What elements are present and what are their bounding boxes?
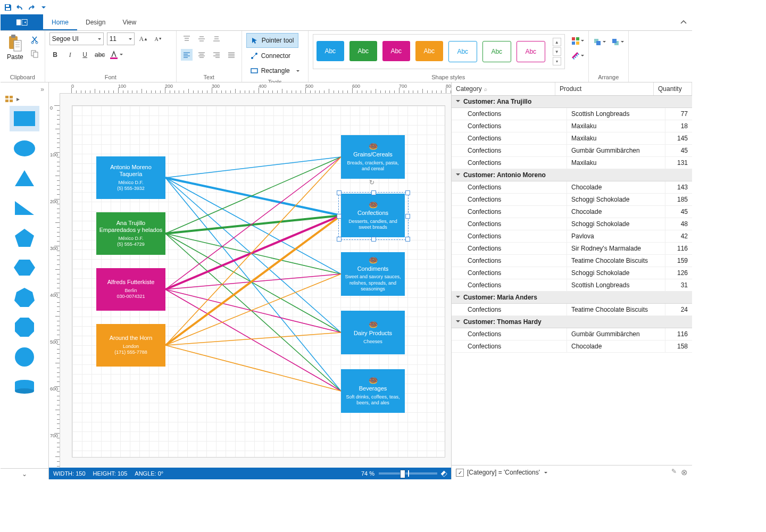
- save-icon[interactable]: [4, 3, 12, 12]
- connector[interactable]: [165, 234, 341, 274]
- table-row[interactable]: ConfectionsChocolade45: [452, 206, 692, 218]
- col-category[interactable]: Category: [452, 82, 555, 95]
- shape-heptagon[interactable]: [10, 285, 39, 310]
- shape-cylinder[interactable]: [10, 374, 39, 400]
- stencil-more-icon[interactable]: ⌄: [1, 468, 48, 479]
- copy-button[interactable]: [29, 48, 40, 60]
- align-middle-button[interactable]: [196, 33, 207, 45]
- shape-ellipse[interactable]: [10, 136, 39, 161]
- grid-body[interactable]: Customer: Ana TrujilloConfectionsScottis…: [452, 96, 692, 465]
- align-top-button[interactable]: [181, 33, 193, 45]
- zoom-slider[interactable]: [379, 472, 437, 475]
- connector[interactable]: [165, 289, 341, 391]
- table-row[interactable]: ConfectionsSir Rodney's Marmalade116: [452, 243, 692, 255]
- connector[interactable]: [165, 157, 341, 289]
- strike-button[interactable]: abc: [94, 49, 106, 61]
- bold-button[interactable]: B: [49, 49, 61, 61]
- connector[interactable]: [165, 157, 341, 234]
- collapse-ribbon-icon[interactable]: [675, 14, 692, 30]
- selection-box[interactable]: ↻: [338, 192, 409, 240]
- shape-triangle[interactable]: [10, 165, 39, 191]
- connector[interactable]: [165, 157, 341, 345]
- shape-pentagon[interactable]: [10, 225, 39, 251]
- style-swatch[interactable]: Abc: [317, 41, 344, 61]
- gallery-down-icon[interactable]: ▼: [553, 47, 561, 56]
- table-row[interactable]: ConfectionsMaxilaku131: [452, 157, 692, 169]
- filter-checkbox[interactable]: ✓: [456, 469, 464, 477]
- table-row[interactable]: ConfectionsSchoggi Schokolade48: [452, 218, 692, 230]
- cut-button[interactable]: [29, 34, 40, 46]
- font-size-select[interactable]: 11: [107, 32, 135, 45]
- group-header[interactable]: Customer: Thomas Hardy: [452, 316, 692, 328]
- redo-icon[interactable]: [27, 3, 36, 12]
- shape-decagon[interactable]: [10, 344, 39, 370]
- table-row[interactable]: ConfectionsMaxilaku145: [452, 132, 692, 145]
- collapse-panel-icon[interactable]: »: [40, 86, 44, 93]
- rectangle-tool-button[interactable]: Rectangle: [246, 64, 304, 78]
- group-header[interactable]: Customer: Antonio Moreno: [452, 169, 692, 181]
- style-swatch-outline[interactable]: Abc: [448, 41, 477, 62]
- table-row[interactable]: ConfectionsScottish Longbreads77: [452, 108, 692, 120]
- align-left-button[interactable]: [181, 49, 193, 61]
- table-row[interactable]: ConfectionsChocolade158: [452, 340, 692, 353]
- style-swatch-outline[interactable]: Abc: [482, 41, 511, 62]
- shape-style-gallery[interactable]: AbcAbcAbcAbcAbcAbcAbc ▲ ▼ ▾: [313, 34, 565, 69]
- customer-node[interactable]: Around the HornLondon(171) 555-7788: [96, 324, 165, 367]
- col-product[interactable]: Product: [555, 82, 654, 95]
- italic-button[interactable]: I: [64, 49, 76, 61]
- category-node[interactable]: 🍩Dairy ProductsCheeses: [341, 311, 405, 354]
- style-swatch[interactable]: Abc: [415, 41, 443, 61]
- app-button[interactable]: [1, 14, 43, 30]
- col-quantity[interactable]: Quantity: [654, 82, 692, 95]
- paste-button[interactable]: Paste: [5, 33, 26, 62]
- table-row[interactable]: ConfectionsGumbär Gummibärchen116: [452, 328, 692, 340]
- table-row[interactable]: ConfectionsTeatime Chocolate Biscuits159: [452, 255, 692, 267]
- connector[interactable]: [165, 215, 341, 289]
- align-center-button[interactable]: [196, 49, 207, 61]
- category-node[interactable]: 🍩BeveragesSoft drinks, coffees, teas, be…: [341, 369, 405, 413]
- undo-icon[interactable]: [15, 3, 24, 12]
- gallery-up-icon[interactable]: ▲: [553, 38, 561, 46]
- style-swatch[interactable]: Abc: [349, 41, 377, 61]
- table-row[interactable]: ConfectionsSchoggi Schokolade185: [452, 194, 692, 206]
- connector[interactable]: [165, 345, 341, 391]
- align-right-button[interactable]: [211, 49, 222, 61]
- filter-dropdown-icon[interactable]: [543, 469, 547, 476]
- grow-font-button[interactable]: A▲: [138, 33, 149, 45]
- connector[interactable]: [165, 234, 341, 332]
- shape-fill-button[interactable]: [571, 35, 584, 47]
- table-row[interactable]: ConfectionsSchoggi Schokolade126: [452, 267, 692, 279]
- style-swatch-outline[interactable]: Abc: [517, 41, 545, 62]
- bring-forward-button[interactable]: [593, 36, 606, 48]
- tab-home[interactable]: Home: [43, 14, 77, 30]
- zoom-expand-icon[interactable]: ◧: [440, 469, 448, 478]
- connector[interactable]: [165, 215, 341, 234]
- table-row[interactable]: ConfectionsChocolade143: [452, 181, 692, 194]
- table-row[interactable]: ConfectionsScottish Longbreads31: [452, 279, 692, 292]
- style-swatch[interactable]: Abc: [382, 41, 410, 61]
- font-name-select[interactable]: Segoe UI: [49, 32, 104, 45]
- table-row[interactable]: ConfectionsPavlova42: [452, 230, 692, 243]
- shape-octagon[interactable]: [10, 314, 39, 340]
- font-color-button[interactable]: [109, 49, 123, 61]
- pointer-tool-button[interactable]: Pointer tool: [246, 33, 299, 48]
- underline-button[interactable]: U: [79, 49, 91, 61]
- tab-view[interactable]: View: [114, 14, 145, 30]
- shrink-font-button[interactable]: A▼: [153, 33, 164, 45]
- shape-hexagon[interactable]: [10, 255, 39, 280]
- align-justify-button[interactable]: [226, 49, 237, 61]
- group-header[interactable]: Customer: Maria Anders: [452, 292, 692, 304]
- diagram-canvas[interactable]: Antonio Moreno TaqueríaMéxico D.F.(5) 55…: [60, 94, 451, 468]
- connector-tool-button[interactable]: Connector: [246, 49, 295, 63]
- shape-right-triangle[interactable]: [10, 195, 39, 221]
- connector[interactable]: [165, 234, 341, 391]
- customer-node[interactable]: Alfreds FutterkisteBerlin030-0074321: [96, 268, 165, 311]
- gallery-more-icon[interactable]: ▾: [553, 57, 561, 65]
- table-row[interactable]: ConfectionsMaxilaku18: [452, 120, 692, 132]
- send-backward-button[interactable]: [611, 36, 624, 48]
- tab-design[interactable]: Design: [77, 14, 114, 30]
- connector[interactable]: [165, 274, 341, 289]
- edit-filter-icon[interactable]: ✎: [671, 468, 677, 477]
- connector[interactable]: [165, 157, 341, 178]
- customer-node[interactable]: Ana Trujillo Emparedados y heladosMéxico…: [96, 212, 165, 255]
